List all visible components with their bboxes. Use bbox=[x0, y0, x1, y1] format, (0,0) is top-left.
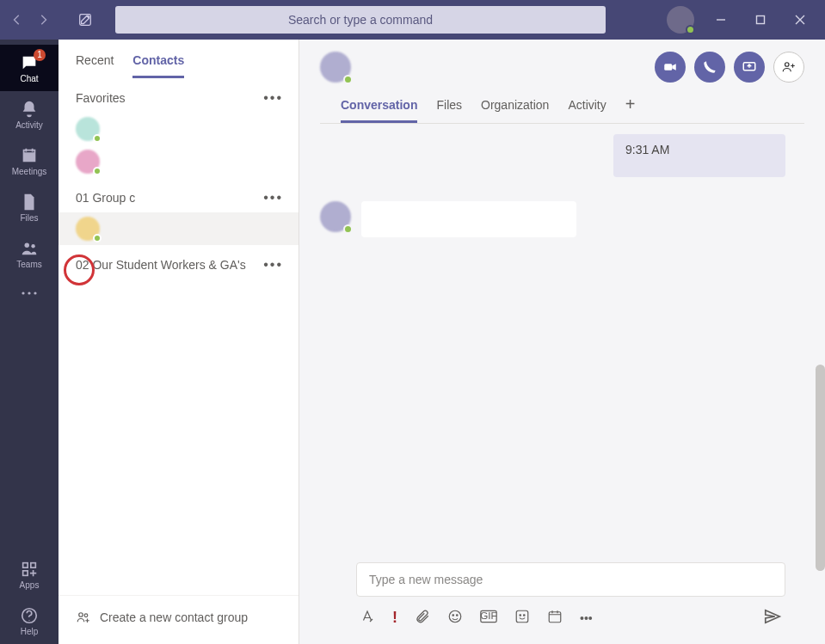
rail-meetings-label: Meetings bbox=[12, 167, 47, 176]
avatar bbox=[76, 150, 100, 174]
group-header-01[interactable]: 01 Group c ••• bbox=[58, 178, 299, 212]
title-bar: Search or type a command bbox=[0, 0, 825, 40]
rail-help[interactable]: Help bbox=[0, 598, 58, 644]
rail-apps-label: Apps bbox=[20, 580, 40, 590]
tab-conversation[interactable]: Conversation bbox=[341, 98, 417, 123]
svg-point-24 bbox=[524, 615, 526, 616]
svg-point-23 bbox=[520, 615, 521, 616]
profile-button[interactable] bbox=[667, 6, 694, 34]
svg-rect-8 bbox=[23, 562, 28, 567]
search-input[interactable]: Search or type a command bbox=[115, 6, 606, 34]
message-list: 9:31 AM bbox=[299, 124, 825, 562]
video-call-button[interactable] bbox=[655, 52, 686, 83]
incoming-message[interactable] bbox=[361, 201, 576, 237]
important-icon[interactable]: ! bbox=[392, 609, 397, 627]
message-time: 9:31 AM bbox=[625, 143, 669, 156]
history-nav bbox=[5, 8, 57, 32]
schedule-meeting-icon[interactable] bbox=[547, 609, 563, 627]
emoji-icon[interactable] bbox=[447, 609, 463, 627]
message-input[interactable]: Type a new message bbox=[356, 562, 785, 597]
contact-item[interactable] bbox=[58, 113, 299, 145]
avatar[interactable] bbox=[320, 201, 351, 232]
avatar bbox=[76, 217, 100, 241]
group-name: 02 Our Student Workers & GA's bbox=[76, 258, 246, 272]
tab-files[interactable]: Files bbox=[436, 98, 462, 123]
svg-rect-9 bbox=[31, 562, 36, 567]
svg-point-6 bbox=[28, 291, 30, 294]
forward-button[interactable] bbox=[31, 8, 55, 32]
contacts-pane: Recent Contacts Favorites ••• 01 Group c… bbox=[58, 40, 299, 644]
rail-files[interactable]: Files bbox=[0, 184, 58, 230]
compose-toolbar: ! GIF ••• bbox=[356, 597, 785, 629]
create-group-label: Create a new contact group bbox=[100, 610, 248, 624]
svg-point-12 bbox=[79, 613, 83, 617]
search-placeholder: Search or type a command bbox=[288, 13, 433, 27]
rail-teams[interactable]: Teams bbox=[0, 230, 58, 277]
svg-rect-14 bbox=[664, 64, 672, 71]
close-button[interactable] bbox=[780, 0, 820, 40]
svg-point-4 bbox=[31, 244, 34, 248]
sticker-icon[interactable] bbox=[514, 609, 530, 627]
presence-available-icon bbox=[343, 75, 353, 84]
contact-item[interactable] bbox=[58, 212, 299, 245]
list-tabs: Recent Contacts bbox=[58, 40, 299, 78]
svg-point-18 bbox=[453, 615, 454, 616]
svg-point-5 bbox=[22, 291, 24, 294]
send-button[interactable] bbox=[763, 607, 782, 629]
avatar bbox=[76, 117, 100, 141]
more-icon[interactable]: ••• bbox=[263, 90, 283, 106]
svg-text:GIF: GIF bbox=[480, 610, 496, 621]
conversation-pane: Conversation Files Organization Activity… bbox=[299, 40, 825, 644]
avatar[interactable] bbox=[320, 52, 351, 83]
rail-activity[interactable]: Activity bbox=[0, 91, 58, 138]
tab-contacts[interactable]: Contacts bbox=[132, 53, 184, 78]
rail-activity-label: Activity bbox=[15, 120, 43, 130]
group-name: 01 Group c bbox=[76, 191, 135, 205]
svg-rect-10 bbox=[23, 570, 28, 575]
svg-point-19 bbox=[457, 615, 459, 616]
tab-recent[interactable]: Recent bbox=[76, 53, 114, 78]
maximize-button[interactable] bbox=[741, 0, 780, 40]
message-placeholder: Type a new message bbox=[369, 573, 483, 586]
rail-more[interactable] bbox=[20, 277, 39, 308]
audio-call-button[interactable] bbox=[694, 52, 725, 83]
svg-rect-2 bbox=[24, 153, 35, 161]
attach-icon[interactable] bbox=[415, 609, 430, 627]
group-header-02[interactable]: 02 Our Student Workers & GA's ••• bbox=[58, 245, 299, 279]
conversation-tabs: Conversation Files Organization Activity… bbox=[320, 83, 804, 124]
rail-meetings[interactable]: Meetings bbox=[0, 138, 58, 184]
more-icon[interactable]: ••• bbox=[580, 611, 593, 625]
chat-badge: 1 bbox=[34, 49, 46, 61]
new-chat-button[interactable] bbox=[71, 5, 100, 34]
rail-chat-label: Chat bbox=[20, 74, 38, 83]
scrollbar-thumb[interactable] bbox=[816, 365, 825, 571]
rail-chat[interactable]: 1 Chat bbox=[0, 45, 58, 91]
more-icon[interactable]: ••• bbox=[263, 257, 283, 273]
outgoing-message[interactable]: 9:31 AM bbox=[613, 134, 785, 177]
group-name: Favorites bbox=[76, 91, 126, 105]
rail-files-label: Files bbox=[20, 213, 38, 223]
app-rail: 1 Chat Activity Meetings Files Teams App… bbox=[0, 40, 58, 644]
svg-rect-22 bbox=[516, 610, 528, 623]
more-icon[interactable]: ••• bbox=[263, 190, 283, 205]
svg-point-13 bbox=[84, 614, 88, 617]
rail-apps[interactable]: Apps bbox=[0, 551, 58, 598]
add-tab-button[interactable]: + bbox=[625, 98, 636, 123]
tab-organization[interactable]: Organization bbox=[481, 98, 549, 123]
gif-icon[interactable]: GIF bbox=[480, 610, 497, 626]
svg-rect-1 bbox=[757, 16, 765, 24]
svg-point-16 bbox=[785, 63, 790, 67]
conversation-header bbox=[299, 40, 825, 83]
svg-point-17 bbox=[449, 610, 461, 623]
contact-item[interactable] bbox=[58, 145, 299, 178]
group-header-favorites[interactable]: Favorites ••• bbox=[58, 78, 299, 113]
create-contact-group-button[interactable]: Create a new contact group bbox=[58, 595, 299, 644]
tab-activity[interactable]: Activity bbox=[568, 98, 606, 123]
screen-share-button[interactable] bbox=[734, 52, 765, 83]
rail-help-label: Help bbox=[21, 627, 39, 636]
format-icon[interactable] bbox=[360, 609, 375, 627]
back-button[interactable] bbox=[5, 8, 29, 32]
add-participant-button[interactable] bbox=[773, 52, 804, 83]
compose-area: Type a new message ! GIF ••• bbox=[299, 562, 825, 644]
minimize-button[interactable] bbox=[701, 0, 741, 40]
